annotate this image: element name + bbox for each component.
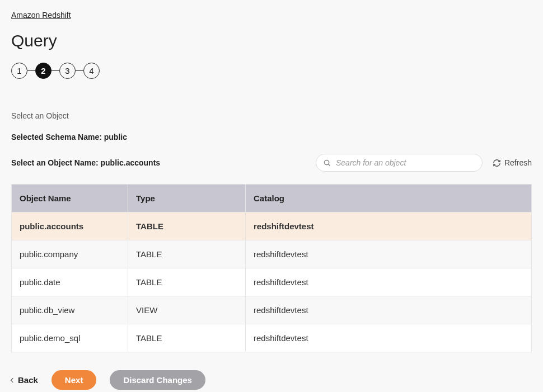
step-connector xyxy=(52,70,59,72)
stepper: 1 2 3 4 xyxy=(11,63,532,79)
table-cell-type[interactable]: TABLE xyxy=(128,268,246,296)
table-cell-name[interactable]: public.company xyxy=(12,240,128,268)
table-row[interactable]: public.dateTABLEredshiftdevtest xyxy=(12,268,532,296)
table-cell-name[interactable]: public.db_view xyxy=(12,296,128,324)
search-input[interactable] xyxy=(336,158,475,167)
table-cell-name[interactable]: public.demo_sql xyxy=(12,324,128,352)
step-connector xyxy=(76,70,83,72)
back-button[interactable]: Back xyxy=(11,375,38,385)
back-label: Back xyxy=(18,375,38,385)
chevron-left-icon xyxy=(11,377,15,382)
step-4[interactable]: 4 xyxy=(83,63,100,79)
table-cell-catalog[interactable]: redshiftdevtest xyxy=(246,240,532,268)
step-connector xyxy=(27,70,35,72)
action-bar: Back Next Discard Changes xyxy=(11,370,532,390)
table-cell-name[interactable]: public.accounts xyxy=(12,212,128,240)
table-row[interactable]: public.demo_sqlTABLEredshiftdevtest xyxy=(12,324,532,352)
table-row[interactable]: public.accountsTABLEredshiftdevtest xyxy=(12,212,532,240)
search-icon xyxy=(323,159,331,167)
table-cell-catalog[interactable]: redshiftdevtest xyxy=(246,296,532,324)
table-cell-catalog[interactable]: redshiftdevtest xyxy=(246,268,532,296)
section-label: Select an Object xyxy=(11,111,532,120)
table-cell-catalog[interactable]: redshiftdevtest xyxy=(246,212,532,240)
schema-label: Selected Schema Name: xyxy=(11,133,104,141)
table-row[interactable]: public.companyTABLEredshiftdevtest xyxy=(12,240,532,268)
search-box[interactable] xyxy=(316,154,483,172)
selected-schema-line: Selected Schema Name: public xyxy=(11,133,532,141)
table-cell-type[interactable]: TABLE xyxy=(128,324,246,352)
table-cell-catalog[interactable]: redshiftdevtest xyxy=(246,324,532,352)
table-cell-name[interactable]: public.date xyxy=(12,268,128,296)
svg-point-0 xyxy=(324,160,329,164)
step-3[interactable]: 3 xyxy=(59,63,76,79)
svg-line-1 xyxy=(328,164,330,166)
select-object-line: Select an Object Name: public.accounts xyxy=(11,158,160,167)
schema-value: public xyxy=(104,133,127,141)
table-row[interactable]: public.db_viewVIEWredshiftdevtest xyxy=(12,296,532,324)
col-header-catalog[interactable]: Catalog xyxy=(246,185,532,212)
table-cell-type[interactable]: TABLE xyxy=(128,240,246,268)
select-object-value: public.accounts xyxy=(101,158,161,167)
object-table: Object Name Type Catalog public.accounts… xyxy=(11,184,532,352)
refresh-label: Refresh xyxy=(504,158,532,167)
select-object-label: Select an Object Name: xyxy=(11,158,101,167)
page-title: Query xyxy=(11,31,532,50)
step-1[interactable]: 1 xyxy=(11,63,27,79)
table-cell-type[interactable]: VIEW xyxy=(128,296,246,324)
col-header-object-name[interactable]: Object Name xyxy=(12,185,128,212)
table-cell-type[interactable]: TABLE xyxy=(128,212,246,240)
step-2[interactable]: 2 xyxy=(35,63,52,79)
next-button[interactable]: Next xyxy=(52,370,97,390)
breadcrumb[interactable]: Amazon Redshift xyxy=(11,11,71,20)
discard-button[interactable]: Discard Changes xyxy=(110,370,205,390)
refresh-button[interactable]: Refresh xyxy=(493,158,532,167)
refresh-icon xyxy=(493,159,501,167)
col-header-type[interactable]: Type xyxy=(128,185,246,212)
